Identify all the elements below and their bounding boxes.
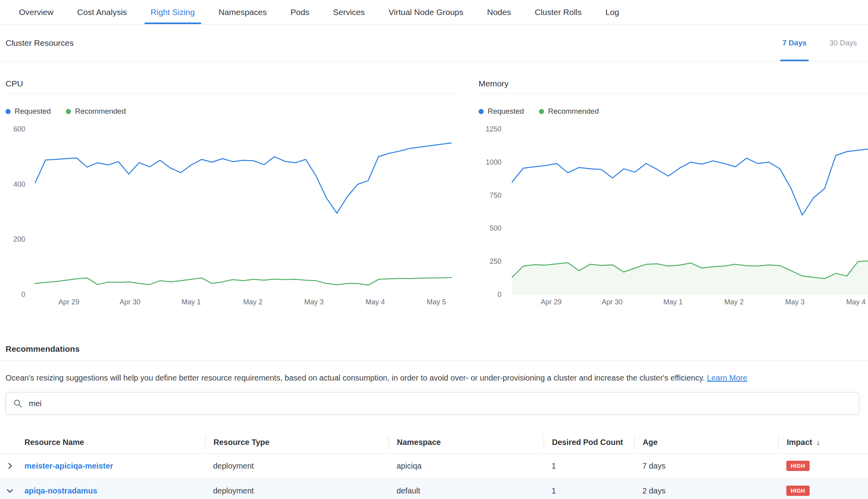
- resource-type-cell: deployment: [205, 461, 389, 471]
- column-header-resource-type[interactable]: Resource Type: [205, 436, 389, 449]
- resource-name-link[interactable]: apiqa-nostradamus: [24, 486, 97, 495]
- legend-dot: [479, 109, 484, 114]
- search-box: [6, 392, 859, 415]
- legend-dot: [539, 109, 544, 114]
- column-header-desired-pod-count[interactable]: Desired Pod Count: [544, 436, 634, 449]
- chart-legend: RequestedRecommended: [479, 107, 868, 116]
- svg-text:500: 500: [490, 224, 501, 232]
- divider: [0, 360, 868, 360]
- search-input[interactable]: [28, 399, 852, 409]
- resource-name-cell: apiqa-nostradamus: [20, 486, 205, 495]
- impact-cell: HIGH: [778, 486, 868, 496]
- memory-chart: 025050075010001250Apr 29Apr 30May 1May 2…: [479, 118, 868, 308]
- svg-text:Apr 29: Apr 29: [58, 298, 79, 306]
- cluster-resources-header: Cluster Resources 7 Days30 Days: [0, 24, 868, 62]
- column-header-resource-name[interactable]: Resource Name: [20, 436, 205, 449]
- chevron-right-icon[interactable]: [6, 462, 14, 470]
- svg-text:May 3: May 3: [304, 298, 324, 306]
- legend-label: Recommended: [75, 107, 126, 116]
- resource-name-link[interactable]: meister-apiciqa-meister: [24, 461, 113, 470]
- svg-text:600: 600: [13, 125, 25, 133]
- svg-text:Apr 30: Apr 30: [602, 298, 623, 306]
- cluster-resources-title: Cluster Resources: [6, 38, 74, 48]
- table-header-row: Resource NameResource TypeNamespaceDesir…: [0, 431, 868, 454]
- svg-text:400: 400: [13, 180, 25, 188]
- range-7-days[interactable]: 7 Days: [780, 24, 809, 61]
- namespace-cell: apiciqa: [389, 461, 544, 471]
- recommendations-table: Resource NameResource TypeNamespaceDesir…: [0, 431, 868, 499]
- svg-text:May 1: May 1: [663, 298, 683, 306]
- legend-item-recommended: Recommended: [66, 107, 126, 116]
- age-cell: 7 days: [634, 461, 778, 471]
- legend-item-requested: Requested: [6, 107, 51, 116]
- resource-type-cell: deployment: [205, 486, 389, 495]
- cpu-chart-panel: CPURequestedRecommended0200400600Apr 29A…: [6, 62, 455, 308]
- cpu-chart: 0200400600Apr 29Apr 30May 1May 2May 3May…: [6, 118, 455, 308]
- requested-line: [512, 144, 868, 215]
- column-header-label: Resource Name: [24, 438, 84, 447]
- table-row: apiqa-nostradamusdeploymentdefault12 day…: [0, 478, 868, 499]
- namespace-cell: default: [389, 486, 544, 495]
- legend-item-requested: Requested: [479, 107, 524, 116]
- svg-text:750: 750: [490, 191, 501, 199]
- tab-overview[interactable]: Overview: [7, 0, 65, 24]
- column-header-label: Resource Type: [213, 438, 269, 447]
- legend-item-recommended: Recommended: [539, 107, 599, 116]
- tab-bar: OverviewCost AnalysisRight SizingNamespa…: [0, 0, 868, 24]
- svg-text:May 1: May 1: [181, 298, 201, 306]
- chevron-down-icon[interactable]: [6, 487, 14, 495]
- svg-text:0: 0: [498, 291, 501, 298]
- requested-line: [35, 143, 451, 213]
- desired-pod-count-cell: 1: [544, 461, 634, 471]
- svg-text:1250: 1250: [486, 125, 501, 133]
- recommendations-description: Ocean's resizing suggestions will help y…: [6, 372, 859, 383]
- column-header-label: Namespace: [397, 438, 441, 447]
- tab-virtual-node-groups[interactable]: Virtual Node Groups: [377, 0, 475, 24]
- tab-cluster-rolls[interactable]: Cluster Rolls: [523, 0, 593, 24]
- svg-text:200: 200: [13, 235, 25, 243]
- legend-label: Requested: [15, 107, 51, 116]
- svg-text:May 5: May 5: [427, 298, 446, 306]
- recommended-line: [35, 278, 451, 285]
- svg-text:May 2: May 2: [724, 298, 744, 306]
- recommendations-title: Recommendations: [6, 344, 868, 354]
- column-header-impact[interactable]: Impact↓: [778, 436, 868, 449]
- resource-name-cell: meister-apiciqa-meister: [20, 461, 205, 471]
- chart-title: Memory: [479, 79, 868, 94]
- charts-row: CPURequestedRecommended0200400600Apr 29A…: [0, 62, 868, 334]
- desired-pod-count-cell: 1: [544, 486, 634, 495]
- column-header-label: Desired Pod Count: [552, 438, 623, 447]
- recommendations-section: Recommendations Ocean's resizing suggest…: [0, 344, 868, 499]
- column-header-age[interactable]: Age: [634, 436, 778, 449]
- svg-text:May 4: May 4: [846, 298, 866, 306]
- legend-dot: [6, 109, 11, 114]
- table-body: meister-apiciqa-meisterdeploymentapiciqa…: [0, 454, 868, 499]
- impact-cell: HIGH: [778, 461, 868, 471]
- tab-nodes[interactable]: Nodes: [475, 0, 523, 24]
- svg-text:250: 250: [490, 257, 501, 265]
- chart-legend: RequestedRecommended: [6, 107, 455, 116]
- time-range-toggle: 7 Days30 Days: [780, 24, 859, 61]
- tab-namespaces[interactable]: Namespaces: [207, 0, 279, 24]
- column-header-namespace[interactable]: Namespace: [389, 436, 544, 449]
- range-30-days[interactable]: 30 Days: [827, 24, 859, 61]
- tab-pods[interactable]: Pods: [279, 0, 321, 24]
- svg-text:0: 0: [21, 291, 25, 298]
- svg-text:1000: 1000: [486, 158, 501, 166]
- recommendations-description-text: Ocean's resizing suggestions will help y…: [6, 373, 705, 382]
- svg-text:May 3: May 3: [785, 298, 804, 306]
- legend-dot: [66, 109, 71, 114]
- learn-more-link[interactable]: Learn More: [707, 373, 747, 382]
- age-cell: 2 days: [634, 486, 778, 495]
- impact-badge: HIGH: [786, 486, 810, 496]
- svg-text:Apr 29: Apr 29: [541, 298, 561, 306]
- search-icon: [13, 399, 22, 408]
- tab-log[interactable]: Log: [593, 0, 631, 24]
- tab-right-sizing[interactable]: Right Sizing: [139, 0, 207, 24]
- tab-cost-analysis[interactable]: Cost Analysis: [65, 0, 139, 24]
- svg-text:Apr 30: Apr 30: [120, 298, 140, 306]
- impact-badge: HIGH: [786, 461, 810, 471]
- tab-services[interactable]: Services: [321, 0, 377, 24]
- table-row: meister-apiciqa-meisterdeploymentapiciqa…: [0, 454, 868, 478]
- sort-descending-icon[interactable]: ↓: [816, 438, 820, 447]
